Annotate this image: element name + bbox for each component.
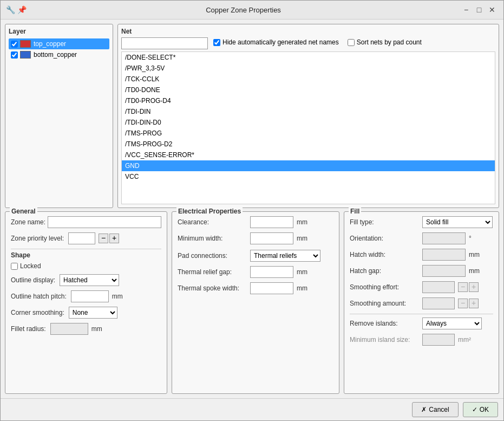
remove-islands-select[interactable]: Always Never Below area limit bbox=[422, 318, 482, 329]
net-item[interactable]: /VCC_SENSE-ERROR* bbox=[122, 150, 495, 160]
net-header-row: Hide automatically generated net names S… bbox=[121, 37, 495, 49]
locked-label: Locked bbox=[20, 262, 41, 270]
layer-color-top bbox=[20, 40, 31, 48]
net-item[interactable]: GND bbox=[122, 160, 495, 171]
net-item[interactable]: /TMS-PROG-D2 bbox=[122, 139, 495, 150]
close-button[interactable]: ✕ bbox=[486, 4, 498, 16]
net-item[interactable]: /PWR_3,3-5V bbox=[122, 63, 495, 74]
ok-button[interactable]: ✓ OK bbox=[463, 402, 498, 417]
min-island-input[interactable]: 10 bbox=[422, 334, 455, 346]
zone-priority-input[interactable]: 0 bbox=[68, 232, 95, 244]
net-item[interactable]: /TDI-DIN bbox=[122, 106, 495, 117]
clearance-row: Clearance: 0.508 mm bbox=[178, 216, 333, 228]
cancel-button[interactable]: ✗ Cancel bbox=[412, 402, 458, 417]
hatch-gap-row: Hatch gap: 1.5 mm bbox=[350, 265, 493, 277]
fillet-radius-unit: mm bbox=[91, 325, 102, 333]
titlebar-icons-left: 🔧 📌 bbox=[6, 5, 27, 14]
outline-display-select[interactable]: Line Hatched Fully hatched bbox=[60, 274, 119, 286]
minimize-button[interactable]: − bbox=[460, 4, 472, 16]
locked-checkbox[interactable] bbox=[11, 263, 18, 270]
outline-hatch-label: Outline hatch pitch: bbox=[11, 293, 67, 300]
thermal-relief-gap-label: Thermal relief gap: bbox=[178, 268, 248, 276]
maximize-button[interactable]: □ bbox=[473, 4, 485, 16]
smoothing-effort-input[interactable]: 0 bbox=[422, 281, 455, 293]
orientation-label: Orientation: bbox=[350, 235, 420, 242]
smoothing-amount-input[interactable]: 0.10 bbox=[422, 297, 455, 309]
net-list[interactable]: /DONE-SELECT*/PWR_3,3-5V/TCK-CCLK/TD0-DO… bbox=[121, 51, 495, 204]
ok-icon: ✓ bbox=[472, 406, 477, 413]
islands-section: Remove islands: Always Never Below area … bbox=[350, 314, 493, 346]
hide-auto-text: Hide automatically generated net names bbox=[222, 38, 339, 46]
smoothing-amount-increase[interactable]: + bbox=[469, 299, 479, 308]
net-options: Hide automatically generated net names S… bbox=[213, 38, 422, 46]
smoothing-effort-row: Smoothing effort: 0 − + bbox=[350, 281, 493, 293]
titlebar: 🔧 📌 Copper Zone Properties − □ ✕ bbox=[1, 1, 503, 20]
thermal-spoke-input[interactable]: 0.508 bbox=[250, 282, 293, 294]
layer-checkbox-top[interactable] bbox=[11, 41, 18, 48]
pad-conn-label: Pad connections: bbox=[178, 252, 248, 260]
footer: ✗ Cancel ✓ OK bbox=[1, 398, 503, 420]
sort-by-pad-checkbox[interactable] bbox=[348, 39, 355, 46]
min-island-unit: mm² bbox=[458, 336, 471, 344]
layer-item-top[interactable]: top_copper bbox=[9, 38, 109, 49]
smoothing-effort-increase[interactable]: + bbox=[469, 282, 479, 292]
net-item[interactable]: /TD0-DONE bbox=[122, 85, 495, 95]
sort-by-pad-text: Sort nets by pad count bbox=[357, 38, 422, 46]
net-item[interactable]: /TDI-DIN-D0 bbox=[122, 117, 495, 128]
fill-type-row: Fill type: Solid fill Hatched fill No fi… bbox=[350, 216, 493, 228]
fillet-radius-input[interactable]: 0 bbox=[50, 323, 88, 335]
outline-hatch-row: Outline hatch pitch: 0.508 mm bbox=[11, 290, 161, 302]
zone-name-row: Zone name: bbox=[11, 216, 161, 228]
net-search-input[interactable] bbox=[121, 37, 208, 49]
hatch-width-input[interactable]: 1 bbox=[422, 249, 466, 261]
layer-item-bottom[interactable]: bottom_copper bbox=[9, 49, 109, 60]
smoothing-effort-label: Smoothing effort: bbox=[350, 283, 420, 291]
smoothing-amount-stepper: − + bbox=[458, 299, 479, 308]
net-item[interactable]: /TMS-PROG bbox=[122, 128, 495, 139]
smoothing-amount-decrease[interactable]: − bbox=[458, 299, 468, 308]
net-item[interactable]: /DONE-SELECT* bbox=[122, 52, 495, 63]
top-section: Layer top_copper bottom_copper Net bbox=[5, 24, 499, 208]
thermal-spoke-unit: mm bbox=[297, 284, 307, 292]
electrical-section: Electrical Properties Clearance: 0.508 m… bbox=[172, 211, 339, 394]
hide-auto-label[interactable]: Hide automatically generated net names bbox=[213, 38, 339, 46]
hatch-gap-input[interactable]: 1.5 bbox=[422, 265, 466, 277]
smoothing-effort-decrease[interactable]: − bbox=[458, 282, 468, 292]
layer-panel-label: Layer bbox=[9, 28, 109, 35]
thermal-spoke-row: Thermal spoke width: 0.508 mm bbox=[178, 282, 333, 294]
clearance-input[interactable]: 0.508 bbox=[250, 216, 293, 228]
min-width-row: Minimum width: 0.254 mm bbox=[178, 232, 333, 244]
pad-conn-select[interactable]: Solid Thermal reliefs None THT thermal B… bbox=[250, 250, 320, 262]
zone-name-input[interactable] bbox=[48, 216, 161, 228]
clearance-label: Clearance: bbox=[178, 218, 248, 226]
thermal-relief-gap-row: Thermal relief gap: 0.508 mm bbox=[178, 266, 333, 278]
layer-panel: Layer top_copper bottom_copper bbox=[5, 24, 113, 208]
layer-name-bottom: bottom_copper bbox=[34, 51, 77, 59]
min-width-unit: mm bbox=[297, 235, 307, 242]
outline-display-row: Outline display: Line Hatched Fully hatc… bbox=[11, 274, 161, 286]
zone-priority-increase[interactable]: + bbox=[109, 234, 119, 243]
outline-hatch-input[interactable]: 0.508 bbox=[71, 290, 109, 302]
zone-priority-decrease[interactable]: − bbox=[99, 234, 108, 243]
layer-checkbox-bottom[interactable] bbox=[11, 51, 18, 59]
fill-title: Fill bbox=[349, 208, 361, 215]
thermal-relief-gap-input[interactable]: 0.508 bbox=[250, 266, 293, 278]
ok-label: OK bbox=[480, 406, 489, 413]
orientation-row: Orientation: 0 ° bbox=[350, 232, 493, 244]
hatch-width-unit: mm bbox=[469, 251, 480, 258]
shape-section: Shape Locked Outline display: Line Hatch… bbox=[11, 249, 161, 335]
sort-by-pad-label[interactable]: Sort nets by pad count bbox=[348, 38, 422, 46]
smoothing-effort-stepper: − + bbox=[458, 282, 479, 292]
net-item[interactable]: /TD0-PROG-D4 bbox=[122, 95, 495, 106]
corner-smoothing-select[interactable]: None Chamfer Fillet bbox=[69, 307, 117, 319]
hide-auto-checkbox[interactable] bbox=[213, 39, 220, 46]
outline-display-label: Outline display: bbox=[11, 276, 55, 284]
fill-type-select[interactable]: Solid fill Hatched fill No fill bbox=[422, 216, 493, 228]
zone-name-label: Zone name: bbox=[11, 218, 45, 226]
min-width-input[interactable]: 0.254 bbox=[250, 232, 293, 244]
orientation-input[interactable]: 0 bbox=[422, 232, 466, 244]
net-item[interactable]: VCC bbox=[122, 171, 495, 182]
net-item[interactable]: /TCK-CCLK bbox=[122, 74, 495, 85]
thermal-relief-gap-unit: mm bbox=[297, 268, 307, 276]
general-section: General Zone name: Zone priority level: … bbox=[5, 211, 167, 394]
